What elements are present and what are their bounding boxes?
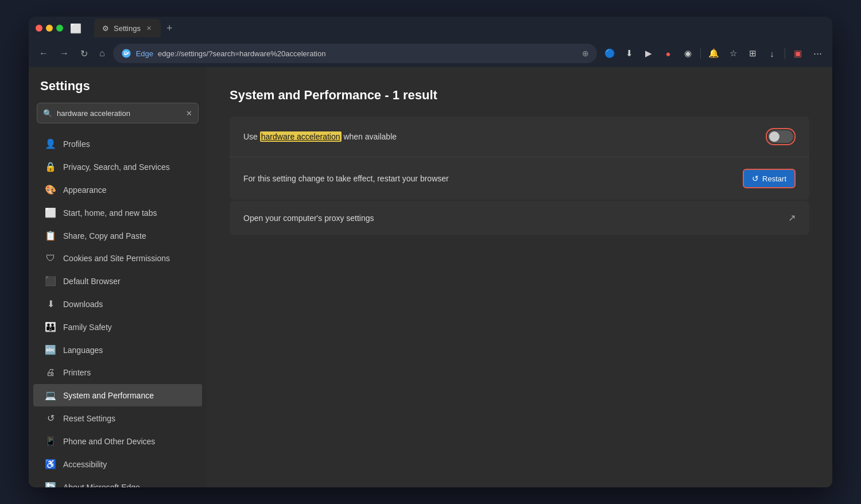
sidebar-item-appearance[interactable]: 🎨 Appearance: [33, 179, 202, 201]
title-bar: ⬜ ⚙ Settings ✕ +: [29, 17, 832, 40]
sidebar-item-phone[interactable]: 📱 Phone and Other Devices: [33, 430, 202, 452]
sidebar-item-label: About Microsoft Edge: [63, 483, 140, 488]
toolbar-icon-more[interactable]: ⋯: [809, 45, 825, 61]
sidebar-item-default-browser[interactable]: ⬛ Default Browser: [33, 270, 202, 292]
edge-logo-icon: [121, 48, 131, 59]
system-icon: 💻: [45, 390, 56, 401]
toolbar-icon-extensions[interactable]: 🔵: [602, 45, 618, 61]
start-home-icon: ⬜: [45, 207, 56, 218]
back-button[interactable]: ←: [36, 46, 52, 61]
search-wrap[interactable]: 🔍 ✕: [37, 103, 199, 123]
restart-icon: ↺: [752, 174, 759, 183]
restart-label: Restart: [762, 175, 786, 183]
sidebar-item-label: Phone and Other Devices: [63, 437, 155, 446]
search-icon: 🔍: [43, 109, 52, 118]
content-area: System and Performance - 1 result Use ha…: [207, 67, 832, 487]
sidebar-item-label: Privacy, Search, and Services: [63, 162, 170, 172]
sidebar-item-label: Cookies and Site Permissions: [63, 254, 170, 263]
accessibility-icon: ♿: [45, 459, 56, 470]
tab-settings-icon: ⚙: [102, 24, 109, 33]
reset-icon: ↺: [45, 413, 56, 424]
sidebar-item-label: Family Safety: [63, 323, 112, 332]
external-link-icon[interactable]: ↗: [788, 212, 796, 223]
toolbar-icon-circle[interactable]: ◉: [680, 45, 696, 61]
tab-label: Settings: [114, 24, 141, 33]
setting-card-hardware: Use hardware acceleration when available…: [230, 117, 809, 200]
toolbar-icon-download[interactable]: ⬇: [621, 45, 637, 61]
sidebar-title: Settings: [29, 79, 207, 103]
about-icon: 🔄: [45, 482, 56, 487]
hardware-acceleration-row: Use hardware acceleration when available: [230, 117, 809, 157]
printers-icon: 🖨: [45, 367, 56, 378]
sidebar-item-label: Accessibility: [63, 460, 107, 469]
share-copy-icon: 📋: [45, 230, 56, 241]
settings-tab[interactable]: ⚙ Settings ✕: [94, 19, 161, 37]
search-input[interactable]: [57, 109, 181, 118]
tab-close-button[interactable]: ✕: [145, 24, 153, 33]
toggle-container[interactable]: [766, 128, 796, 145]
family-safety-icon: 👪: [45, 321, 56, 332]
sidebar-item-label: Downloads: [63, 300, 103, 309]
sidebar-item-label: Default Browser: [63, 277, 121, 286]
main-content: Settings 🔍 ✕ 👤 Profiles 🔒 Privacy, Searc…: [29, 67, 832, 487]
profiles-icon: 👤: [45, 138, 56, 149]
toolbar-icon-downloads2[interactable]: ↓: [764, 45, 780, 61]
refresh-button[interactable]: ↻: [77, 46, 91, 61]
sidebar-item-about[interactable]: 🔄 About Microsoft Edge: [33, 476, 202, 487]
label-before: Use: [243, 132, 260, 141]
traffic-lights: [36, 25, 63, 32]
address-input-wrap[interactable]: Edge edge://settings/?search=hardware%20…: [113, 44, 597, 63]
toolbar-icon-play[interactable]: ▶: [641, 45, 657, 61]
restart-button[interactable]: ↺ Restart: [743, 169, 796, 188]
address-bar: ← → ↻ ⌂ Edge edge://settings/?search=har…: [29, 40, 832, 67]
restart-row: For this setting change to take effect, …: [230, 157, 809, 200]
forward-button[interactable]: →: [56, 46, 72, 61]
toolbar-divider-1: [700, 48, 701, 59]
minimize-button[interactable]: [46, 25, 53, 32]
sidebar-item-accessibility[interactable]: ♿ Accessibility: [33, 453, 202, 475]
sidebar-item-start-home[interactable]: ⬜ Start, home, and new tabs: [33, 201, 202, 224]
label-after: when available: [342, 132, 397, 141]
close-button[interactable]: [36, 25, 42, 32]
sidebar-item-label: Printers: [63, 368, 91, 377]
hardware-acceleration-toggle[interactable]: [768, 130, 793, 143]
address-url: edge://settings/?search=hardware%20accel…: [158, 49, 577, 58]
default-browser-icon: ⬛: [45, 276, 56, 286]
restart-info-label: For this setting change to take effect, …: [243, 174, 449, 183]
sidebar-item-share-copy[interactable]: 📋 Share, Copy and Paste: [33, 224, 202, 247]
search-clear-button[interactable]: ✕: [186, 109, 192, 118]
privacy-icon: 🔒: [45, 161, 56, 172]
sidebar-item-reset[interactable]: ↺ Reset Settings: [33, 407, 202, 429]
cookies-icon: 🛡: [45, 253, 56, 263]
toolbar-divider-2: [785, 48, 785, 59]
sidebar-toggle-button[interactable]: ⬜: [68, 21, 84, 36]
proxy-row: Open your computer's proxy settings ↗: [230, 201, 809, 235]
toggle-thumb: [769, 131, 779, 142]
sidebar-item-profiles[interactable]: 👤 Profiles: [33, 133, 202, 155]
toolbar-icon-bell[interactable]: 🔔: [705, 45, 722, 61]
toolbar-icon-favorites[interactable]: ☆: [725, 45, 741, 61]
browser-window: ⬜ ⚙ Settings ✕ + ← → ↻ ⌂ Edge edge://set…: [29, 17, 832, 487]
toolbar-icon-profile[interactable]: ▣: [790, 45, 806, 61]
sidebar-item-label: Languages: [63, 346, 103, 355]
languages-icon: 🔤: [45, 344, 56, 355]
sidebar-item-family-safety[interactable]: 👪 Family Safety: [33, 316, 202, 338]
sidebar-item-printers[interactable]: 🖨 Printers: [33, 362, 202, 383]
sidebar-item-downloads[interactable]: ⬇ Downloads: [33, 293, 202, 315]
sidebar-item-system[interactable]: 💻 System and Performance: [33, 384, 202, 406]
maximize-button[interactable]: [56, 25, 63, 32]
new-tab-button[interactable]: +: [163, 23, 176, 33]
sidebar: Settings 🔍 ✕ 👤 Profiles 🔒 Privacy, Searc…: [29, 67, 207, 487]
toolbar-icon-record[interactable]: ●: [660, 45, 676, 61]
site-badge: Edge: [136, 49, 153, 58]
sidebar-item-label: Start, home, and new tabs: [63, 208, 157, 218]
toolbar-icon-collections[interactable]: ⊞: [744, 45, 761, 61]
tab-bar: ⚙ Settings ✕ +: [94, 19, 825, 37]
address-security-icon: ⊕: [582, 49, 589, 58]
sidebar-item-cookies[interactable]: 🛡 Cookies and Site Permissions: [33, 247, 202, 269]
sidebar-item-languages[interactable]: 🔤 Languages: [33, 339, 202, 361]
sidebar-item-privacy[interactable]: 🔒 Privacy, Search, and Services: [33, 156, 202, 178]
sidebar-item-label: Reset Settings: [63, 414, 115, 423]
appearance-icon: 🎨: [45, 184, 56, 195]
home-button[interactable]: ⌂: [96, 46, 108, 61]
